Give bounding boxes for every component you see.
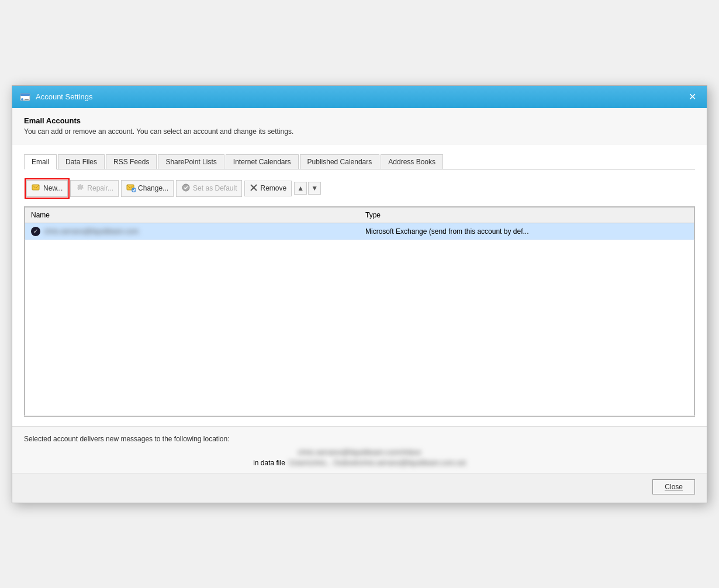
toolbar: New... Repair...	[24, 177, 695, 200]
close-underline: Close	[665, 483, 683, 491]
svg-rect-3	[25, 99, 29, 100]
footer-email-blurred: chris.serrano@liquidteam.com/Inbox	[298, 448, 421, 456]
window-title: Account Settings	[36, 92, 93, 101]
footer-datafile: in data file \Users\chris... Outlook\chr…	[24, 459, 695, 467]
footer-email: chris.serrano@liquidteam.com/Inbox	[24, 448, 695, 456]
remove-button-label: Remove	[260, 184, 286, 192]
new-email-icon	[32, 183, 41, 194]
bottom-bar: Close	[12, 473, 707, 503]
repair-button-label: Repair...	[87, 184, 113, 192]
account-type-cell: Microsoft Exchange (send from this accou…	[360, 223, 694, 240]
new-button-label: New...	[43, 184, 63, 192]
table-empty-row	[25, 240, 694, 415]
move-down-button[interactable]: ▼	[308, 182, 321, 195]
col-header-type: Type	[360, 207, 694, 223]
svg-point-2	[21, 98, 23, 101]
change-button[interactable]: Change...	[121, 180, 174, 197]
tabs-container: Email Data Files RSS Feeds SharePoint Li…	[24, 154, 695, 170]
window-icon	[19, 91, 31, 103]
svg-rect-1	[20, 94, 30, 96]
header-section: Email Accounts You can add or remove an …	[12, 108, 707, 144]
move-up-button[interactable]: ▲	[294, 182, 307, 195]
account-name-cell: ✓ chris.serrano@liquidteam.com	[25, 223, 360, 240]
delivery-label: Selected account delivers new messages t…	[24, 435, 695, 443]
title-bar-left: Account Settings	[19, 91, 93, 103]
table-row[interactable]: ✓ chris.serrano@liquidteam.com Microsoft…	[25, 223, 694, 240]
reorder-arrows: ▲ ▼	[294, 182, 321, 195]
tab-published-calendars[interactable]: Published Calendars	[300, 154, 380, 170]
default-account-icon: ✓	[31, 227, 40, 236]
change-icon	[126, 183, 136, 194]
tab-address-books[interactable]: Address Books	[381, 154, 443, 170]
account-name-blurred: chris.serrano@liquidteam.com	[44, 227, 139, 236]
accounts-table: Name Type ✓ chris.serrano@liquidteam.com…	[25, 207, 694, 416]
header-title: Email Accounts	[24, 116, 695, 125]
table-empty-area	[25, 240, 694, 415]
close-window-button[interactable]: ✕	[685, 91, 700, 103]
set-default-button-label: Set as Default	[193, 184, 237, 192]
remove-icon	[250, 184, 258, 193]
footer-datafile-blurred: \Users\chris... Outlook\chris.serrano@li…	[289, 459, 466, 467]
tab-email[interactable]: Email	[24, 154, 57, 170]
repair-icon	[75, 183, 85, 194]
col-header-name: Name	[25, 207, 360, 223]
tab-rss-feeds[interactable]: RSS Feeds	[106, 154, 157, 170]
footer-section: Selected account delivers new messages t…	[12, 426, 707, 473]
accounts-table-wrapper: Name Type ✓ chris.serrano@liquidteam.com…	[24, 206, 695, 417]
change-button-label: Change...	[138, 184, 168, 192]
tab-data-files[interactable]: Data Files	[58, 154, 105, 170]
close-button[interactable]: Close	[652, 479, 695, 494]
set-default-icon	[181, 183, 191, 194]
account-settings-window: Account Settings ✕ Email Accounts You ca…	[12, 85, 707, 503]
repair-button[interactable]: Repair...	[70, 180, 119, 197]
tab-internet-calendars[interactable]: Internet Calendars	[226, 154, 299, 170]
new-button[interactable]: New...	[26, 180, 68, 197]
title-bar: Account Settings ✕	[12, 86, 707, 108]
header-subtitle: You can add or remove an account. You ca…	[24, 127, 695, 136]
set-default-button[interactable]: Set as Default	[176, 180, 242, 197]
tab-sharepoint-lists[interactable]: SharePoint Lists	[158, 154, 224, 170]
remove-button[interactable]: Remove	[244, 181, 292, 196]
content-area: Email Data Files RSS Feeds SharePoint Li…	[12, 144, 707, 426]
datafile-prefix: in data file	[253, 459, 285, 467]
